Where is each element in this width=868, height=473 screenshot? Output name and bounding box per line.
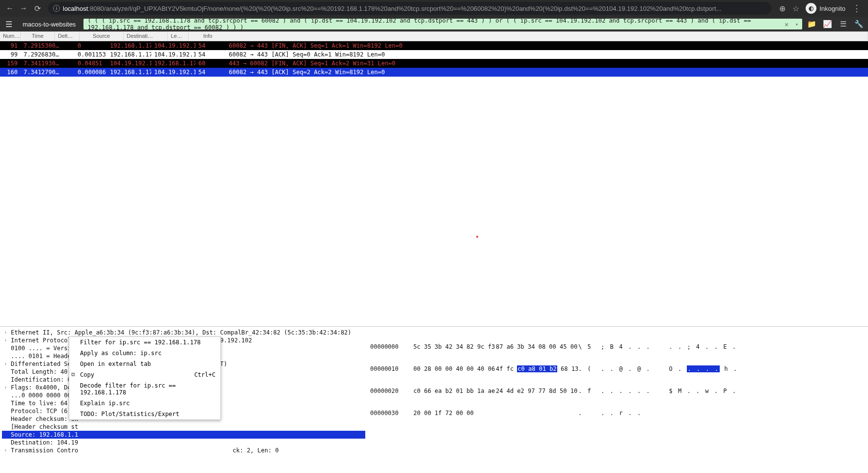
cursor-dot <box>476 236 478 238</box>
app-toolbar: ☰ macos-to-websites ( ( ( ip.src == 192.… <box>0 17 868 31</box>
col-len[interactable]: Le… <box>168 32 189 41</box>
hex-highlight: c0 a8 01 b2 <box>517 365 557 372</box>
packet-row[interactable]: 99 7.2926830… 0.001153 192.168.1.178 104… <box>0 50 868 59</box>
browser-menu-icon[interactable]: ⋮ <box>848 3 865 14</box>
site-info-icon[interactable]: i <box>53 5 60 12</box>
bookmark-icon[interactable]: ☆ <box>789 1 803 15</box>
hex-row[interactable]: 00000020 c0 66 ea b2 01 bb 1a ae 24 4d e… <box>370 388 863 396</box>
ascii-highlight: . . . . <box>687 365 720 372</box>
url-host: localhost <box>63 5 88 12</box>
packet-columns-header: Num… Time Delt… Source Destinati… Le… In… <box>0 31 868 41</box>
back-icon[interactable]: ← <box>3 1 17 15</box>
display-filter-text: ( ( ( ip.src == 192.168.1.178 and tcp.sr… <box>87 17 798 31</box>
ctx-shortcut: Ctrl+C <box>194 371 216 378</box>
ctx-explain[interactable]: Explain ip.src <box>69 398 220 409</box>
profile-chip[interactable]: ◐ Inkognito <box>803 3 848 14</box>
col-dst[interactable]: Destinati… <box>124 32 168 41</box>
hex-pane[interactable]: 00000000 5c 35 3b 42 34 82 9c f3 87 a6 3… <box>365 327 868 473</box>
col-info[interactable]: Info <box>189 32 868 41</box>
tree-field[interactable]: Destination: 104.19 <box>2 439 365 446</box>
list-icon[interactable]: ☰ <box>837 18 849 30</box>
hex-row[interactable]: 00000030 20 00 1f 72 00 00 . . . r . . <box>370 410 863 418</box>
ctx-copy[interactable]: ⧉ Copy Ctrl+C <box>69 369 220 380</box>
hex-row[interactable]: 00000000 5c 35 3b 42 34 82 9c f3 87 a6 3… <box>370 343 863 352</box>
filter-dropdown-icon[interactable]: ▾ <box>795 22 798 27</box>
url-bar[interactable]: i localhost :8080/analyze/l/qP_UPXABtY2V… <box>48 2 771 15</box>
zoom-icon[interactable]: ⊕ <box>775 1 789 15</box>
packet-row[interactable]: 91 7.2915300… 0 192.168.1.178 104.19.192… <box>0 41 868 50</box>
tools-icon[interactable]: 🔧 <box>852 18 865 30</box>
clear-filter-icon[interactable]: ✕ <box>785 21 788 28</box>
avatar-icon: ◐ <box>806 3 816 14</box>
col-delta[interactable]: Delt… <box>55 32 80 41</box>
tree-ethernet[interactable]: Ethernet II, Src: Apple_a6:3b:34 (9c:f3:… <box>2 329 365 336</box>
copy-icon: ⧉ <box>71 371 75 378</box>
col-src[interactable]: Source <box>80 32 124 41</box>
tree-field[interactable]: [Header checksum st <box>2 423 365 431</box>
col-time[interactable]: Time <box>21 32 55 41</box>
context-menu: Filter for ip.src == 192.168.1.178 Apply… <box>69 336 221 420</box>
reload-icon[interactable]: ⟳ <box>30 1 44 15</box>
packet-row-selected[interactable]: 160 7.3412790… 0.000086 192.168.1.178 10… <box>0 68 868 77</box>
menu-icon[interactable]: ☰ <box>3 20 15 29</box>
packet-row[interactable]: 159 7.3411930… 0.04851 104.19.192.102 19… <box>0 59 868 68</box>
forward-icon[interactable]: → <box>17 1 30 15</box>
ctx-filter-for[interactable]: Filter for ip.src == 192.168.1.178 <box>69 337 220 348</box>
col-num[interactable]: Num… <box>0 32 21 41</box>
graph-icon[interactable]: 📈 <box>821 18 834 30</box>
folder-icon[interactable]: 📁 <box>805 18 818 30</box>
capture-title[interactable]: macos-to-websites <box>18 21 81 28</box>
ctx-open-external[interactable]: Open in external tab <box>69 359 220 369</box>
ctx-todo[interactable]: TODO: Plot/Statistics/Expert <box>69 409 220 419</box>
hex-row[interactable]: 00000010 00 28 00 00 40 00 40 06 4f fc c… <box>370 365 863 374</box>
ctx-apply-column[interactable]: Apply as column: ip.src <box>69 348 220 359</box>
ctx-decode-filter[interactable]: Decode filter for ip.src == 192.168.1.17… <box>69 380 220 398</box>
tree-tcp[interactable]: Transmission Contro ck: 2, Len: 0 <box>2 446 365 454</box>
url-path: :8080/analyze/l/qP_UPXABtY2V5kmtuOjF/non… <box>88 5 721 12</box>
tree-source-selected[interactable]: Source: 192.168.1.1 <box>2 431 365 439</box>
display-filter-input[interactable]: ( ( ( ip.src == 192.168.1.178 and tcp.sr… <box>83 19 802 29</box>
profile-name: Inkognito <box>819 5 845 12</box>
browser-top-bar: ← → ⟳ i localhost :8080/analyze/l/qP_UPX… <box>0 0 868 17</box>
packet-list: 91 7.2915300… 0 192.168.1.178 104.19.192… <box>0 41 868 248</box>
